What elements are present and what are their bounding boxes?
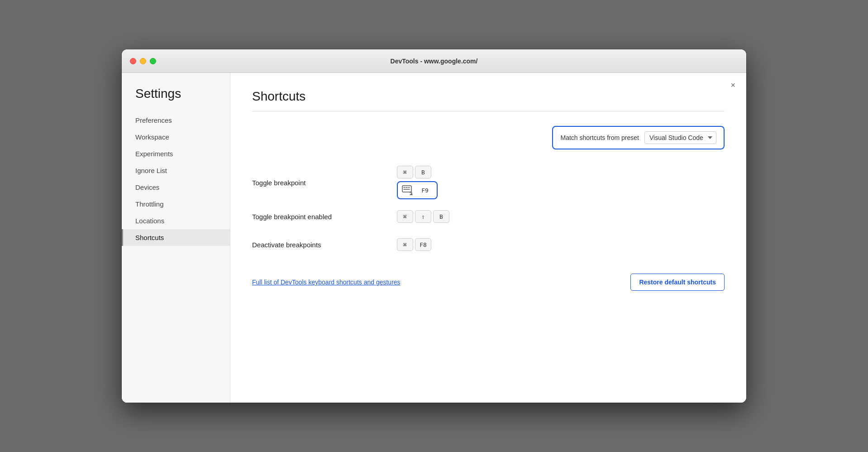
main-content: × Shortcuts Match shortcuts from preset …: [230, 73, 746, 403]
preset-select[interactable]: Default Visual Studio Code: [644, 131, 716, 144]
window-title: DevTools - www.google.com/: [391, 58, 478, 65]
sidebar: Settings Preferences Workspace Experimen…: [122, 73, 230, 403]
maximize-traffic-light[interactable]: [150, 58, 156, 64]
key-cmd: ⌘: [397, 166, 413, 178]
mac-window: DevTools - www.google.com/ Settings Pref…: [122, 49, 746, 403]
preset-label: Match shortcuts from preset: [560, 134, 639, 141]
sidebar-item-throttling[interactable]: Throttling: [122, 196, 230, 212]
key-group-cmd-shift-b: ⌘ ⇧ B: [397, 210, 449, 223]
sidebar-item-ignore-list[interactable]: Ignore List: [122, 162, 230, 179]
key-shift: ⇧: [415, 210, 431, 223]
preset-row: Match shortcuts from preset Default Visu…: [252, 126, 725, 149]
close-traffic-light[interactable]: [130, 58, 136, 64]
page-title: Shortcuts: [252, 89, 725, 104]
restore-defaults-button[interactable]: Restore default shortcuts: [630, 274, 725, 291]
key-cmd-2: ⌘: [397, 210, 413, 223]
shortcut-name-3: Deactivate breakpoints: [252, 241, 397, 249]
traffic-lights: [130, 58, 156, 64]
key-f9: F9: [417, 184, 433, 197]
key-b: B: [415, 166, 431, 178]
shortcut-name: Toggle breakpoint: [252, 179, 397, 187]
sidebar-title: Settings: [122, 87, 230, 112]
sidebar-item-experiments[interactable]: Experiments: [122, 145, 230, 162]
shortcut-row-toggle-breakpoint-enabled: Toggle breakpoint enabled ⌘ ⇧ B: [252, 206, 725, 227]
footer-row: Full list of DevTools keyboard shortcuts…: [252, 274, 725, 291]
shortcut-keys-toggle-breakpoint: ⌘ B: [397, 166, 438, 199]
sidebar-item-workspace[interactable]: Workspace: [122, 129, 230, 145]
window-body: Settings Preferences Workspace Experimen…: [122, 73, 746, 403]
sidebar-item-locations[interactable]: Locations: [122, 212, 230, 229]
key-group-f9-highlighted: F9: [397, 181, 438, 199]
full-list-link[interactable]: Full list of DevTools keyboard shortcuts…: [252, 279, 401, 286]
shortcut-keys-deactivate: ⌘ F8: [397, 238, 431, 251]
sidebar-item-shortcuts[interactable]: Shortcuts: [122, 229, 230, 246]
key-f8: F8: [415, 238, 431, 251]
key-cmd-3: ⌘: [397, 238, 413, 251]
close-button[interactable]: ×: [730, 81, 735, 89]
sidebar-item-preferences[interactable]: Preferences: [122, 112, 230, 129]
key-group-cmd-f8: ⌘ F8: [397, 238, 431, 251]
titlebar: DevTools - www.google.com/: [122, 49, 746, 73]
sidebar-item-devices[interactable]: Devices: [122, 179, 230, 196]
shortcut-name-2: Toggle breakpoint enabled: [252, 213, 397, 221]
minimize-traffic-light[interactable]: [140, 58, 146, 64]
shortcut-row-deactivate-breakpoints: Deactivate breakpoints ⌘ F8: [252, 234, 725, 255]
shortcuts-table: Toggle breakpoint ⌘ B: [252, 166, 725, 255]
key-group-cmd-b: ⌘ B: [397, 166, 438, 178]
shortcut-keys-toggle-enabled: ⌘ ⇧ B: [397, 210, 449, 223]
divider: [252, 111, 725, 111]
keyboard-shortcut-icon: [401, 184, 414, 197]
preset-container: Match shortcuts from preset Default Visu…: [552, 126, 725, 149]
svg-rect-0: [402, 186, 411, 192]
shortcut-row-toggle-breakpoint: Toggle breakpoint ⌘ B: [252, 166, 725, 199]
key-b-2: B: [433, 210, 449, 223]
